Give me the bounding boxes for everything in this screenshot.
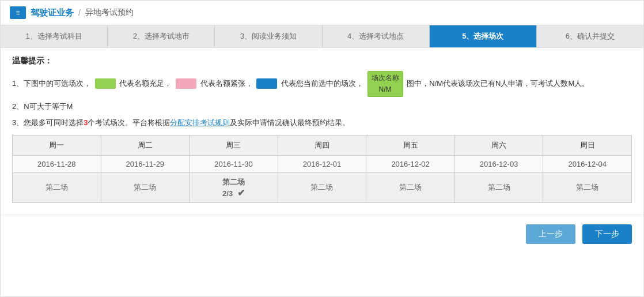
steps-bar: 1、选择考试科目 2、选择考试地市 3、阅读业务须知 4、选择考试地点 5、选择… bbox=[1, 25, 643, 48]
slot-wed-sub: 2/3 bbox=[222, 189, 233, 198]
warning-line-2: 2、N可大于等于M bbox=[12, 100, 632, 113]
line2-text: 2、N可大于等于M bbox=[12, 102, 73, 111]
header-title: 驾驶证业务 bbox=[31, 7, 74, 18]
slot-sat[interactable]: 第二场 bbox=[454, 172, 543, 202]
checkmark-icon: ✔ bbox=[237, 188, 245, 198]
legend-green-box bbox=[95, 78, 116, 89]
warning-title: 温馨提示： bbox=[12, 56, 632, 66]
step-2[interactable]: 2、选择考试地市 bbox=[108, 25, 215, 47]
slot-fri[interactable]: 第二场 bbox=[366, 172, 455, 202]
header-sub: 异地考试预约 bbox=[85, 7, 134, 18]
col-header-wed: 周三 bbox=[190, 135, 278, 155]
col-header-fri: 周五 bbox=[366, 135, 455, 155]
date-thu: 2016-12-01 bbox=[278, 155, 366, 172]
line3-suffix: 及实际申请情况确认最终预约结果。 bbox=[230, 118, 350, 127]
step-3[interactable]: 3、阅读业务须知 bbox=[215, 25, 322, 47]
header-icon: ≡ bbox=[10, 6, 26, 19]
header-sep: / bbox=[78, 8, 81, 17]
col-header-sat: 周六 bbox=[454, 135, 543, 155]
col-header-tue: 周二 bbox=[101, 135, 190, 155]
line1-legend1: 代表名额充足， bbox=[119, 79, 172, 88]
line3-link[interactable]: 分配安排考试规则 bbox=[170, 118, 230, 127]
table-header-row: 周一 周二 周三 周四 周五 周六 周日 bbox=[13, 135, 632, 155]
slot-tue[interactable]: 第二场 bbox=[101, 172, 190, 202]
col-header-thu: 周四 bbox=[278, 135, 366, 155]
page-container: ≡ 驾驶证业务 / 异地考试预约 1、选择考试科目 2、选择考试地市 3、阅读业… bbox=[0, 0, 644, 297]
step-1[interactable]: 1、选择考试科目 bbox=[1, 25, 108, 47]
legend-label: 场次名称N/M bbox=[368, 71, 403, 97]
line3-middle: 个考试场次。平台将根据 bbox=[88, 118, 170, 127]
date-tue: 2016-11-29 bbox=[101, 155, 190, 172]
date-wed: 2016-11-30 bbox=[190, 155, 278, 172]
line3-prefix: 3、您最多可同时选择 bbox=[12, 118, 84, 127]
date-mon: 2016-11-28 bbox=[13, 155, 101, 172]
slot-wed-label: 第二场 bbox=[222, 178, 245, 186]
slot-wed[interactable]: 第二场 2/3 ✔ bbox=[190, 172, 278, 202]
date-row: 2016-11-28 2016-11-29 2016-11-30 2016-12… bbox=[13, 155, 632, 172]
warning-line-1: 1、下图中的可选场次， 代表名额充足， 代表名额紧张， 代表您当前选中的场次， … bbox=[12, 71, 632, 97]
line1-legend2: 代表名额紧张， bbox=[200, 79, 253, 88]
date-sat: 2016-12-03 bbox=[454, 155, 543, 172]
col-header-mon: 周一 bbox=[13, 135, 101, 155]
line1-suffix: 图中，N/M代表该场次已有N人申请，可考试人数M人。 bbox=[407, 79, 589, 88]
bottom-nav: 上一步 下一步 bbox=[1, 215, 643, 252]
step-6[interactable]: 6、确认并提交 bbox=[537, 25, 643, 47]
date-fri: 2016-12-02 bbox=[366, 155, 455, 172]
schedule-table: 周一 周二 周三 周四 周五 周六 周日 2016-11-28 2016-11-… bbox=[12, 135, 632, 203]
slot-thu[interactable]: 第二场 bbox=[278, 172, 366, 202]
step-4[interactable]: 4、选择考试地点 bbox=[323, 25, 430, 47]
legend-blue-box bbox=[256, 78, 277, 89]
warning-list: 1、下图中的可选场次， 代表名额充足， 代表名额紧张， 代表您当前选中的场次， … bbox=[12, 71, 632, 129]
slot-sun[interactable]: 第二场 bbox=[543, 172, 632, 202]
prev-button[interactable]: 上一步 bbox=[526, 224, 575, 244]
legend-pink-box bbox=[176, 78, 196, 89]
warning-line-3: 3、您最多可同时选择3个考试场次。平台将根据分配安排考试规则及实际申请情况确认最… bbox=[12, 116, 632, 129]
date-sun: 2016-12-04 bbox=[543, 155, 632, 172]
content-area: 温馨提示： 1、下图中的可选场次， 代表名额充足， 代表名额紧张， 代表您当前选… bbox=[1, 48, 643, 209]
slot-row: 第二场 第二场 第二场 2/3 ✔ 第二场 第二场 第二场 第二场 bbox=[13, 172, 632, 202]
line1-prefix: 1、下图中的可选场次， bbox=[12, 79, 91, 88]
header: ≡ 驾驶证业务 / 异地考试预约 bbox=[1, 1, 643, 25]
slot-mon[interactable]: 第二场 bbox=[13, 172, 101, 202]
next-button[interactable]: 下一步 bbox=[582, 224, 632, 244]
col-header-sun: 周日 bbox=[543, 135, 632, 155]
line1-legend3: 代表您当前选中的场次， bbox=[281, 79, 363, 88]
step-5[interactable]: 5、选择场次 bbox=[430, 25, 537, 47]
